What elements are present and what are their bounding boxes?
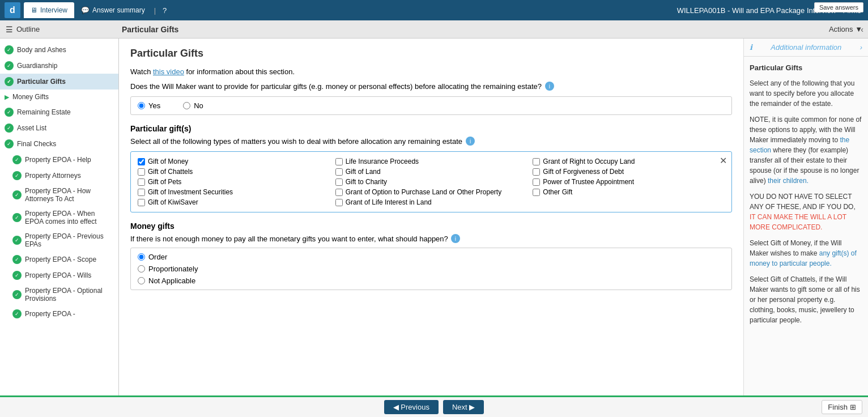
question1-info-icon[interactable]: i: [545, 82, 554, 91]
check-icon: ✓: [5, 108, 14, 117]
main-layout: ✓ Body and Ashes ✓ Guardianship ✓ Partic…: [0, 39, 868, 395]
sidebar-item-property-epoa-how[interactable]: ✓ Property EPOA - How Attorneys To Act: [0, 184, 118, 206]
check-icon: ✓: [12, 255, 22, 264]
app-logo: d: [5, 2, 20, 18]
checkbox-gift-kiwisaver[interactable]: Gift of KiwiSaver: [138, 198, 330, 206]
sidebar-item-property-epoa-help[interactable]: ✓ Property EPOA - Help: [0, 152, 118, 168]
checkbox-gift-charity[interactable]: Gift to Charity: [335, 178, 527, 186]
bottom-bar: ◀ Previous Next ▶ Finish ⊞: [0, 395, 868, 417]
finish-icon: ⊞: [850, 403, 856, 411]
checkbox-life-insurance[interactable]: Life Insurance Proceeds: [335, 158, 527, 165]
checkbox-question-info-icon[interactable]: i: [466, 137, 475, 146]
sidebar: ✓ Body and Ashes ✓ Guardianship ✓ Partic…: [0, 39, 119, 395]
info-panel: ℹ Additional information › Particular Gi…: [743, 39, 868, 395]
checkbox-gift-chattels[interactable]: Gift of Chattels: [138, 168, 330, 176]
checkbox-grid: Gift of Money Life Insurance Proceeds Gr…: [138, 158, 725, 206]
sidebar-item-property-epoa-when[interactable]: ✓ Property EPOA - When EPOA comes into e…: [0, 206, 118, 229]
sidebar-item-property-epoa-previous[interactable]: ✓ Property EPOA - Previous EPAs: [0, 229, 118, 252]
info-para-4: Select Gift of Money, if the Will Maker …: [750, 238, 862, 269]
money-gifts-title: Money gifts: [130, 222, 732, 231]
sidebar-item-particular-gifts[interactable]: ✓ Particular Gifts: [0, 74, 118, 90]
checkbox-power-trustee[interactable]: Power of Trustee Appointment: [533, 178, 725, 186]
section-title: Particular Gifts: [122, 25, 178, 34]
finish-button[interactable]: Finish ⊞: [822, 400, 862, 414]
question1-text: Does the Will Maker want to provide for …: [130, 82, 732, 91]
check-icon: ✓: [5, 77, 14, 86]
sidebar-item-property-epoa-scope[interactable]: ✓ Property EPOA - Scope: [0, 252, 118, 267]
sidebar-item-property-epoa-wills[interactable]: ✓ Property EPOA - Wills: [0, 267, 118, 283]
money-radio-group: Order Proportionately Not Applicable: [130, 248, 732, 290]
check-icon: ✓: [12, 290, 22, 299]
check-icon: ✓: [5, 45, 14, 54]
content-title: Particular Gifts: [130, 48, 732, 59]
outline-label: Outline: [16, 25, 40, 33]
money-gifts-question: If there is not enough money to pay all …: [130, 234, 732, 243]
sidebar-item-property-epoa-more[interactable]: ✓ Property EPOA -: [0, 306, 118, 322]
yes-no-radio-group: Yes No: [130, 96, 732, 115]
info-panel-chevron-right[interactable]: ›: [860, 43, 862, 52]
outline-icon: ☰: [6, 25, 13, 34]
checkbox-gift-forgiveness[interactable]: Gift of Forgiveness of Debt: [533, 168, 725, 176]
next-button[interactable]: Next ▶: [443, 400, 484, 414]
help-button[interactable]: ?: [158, 4, 171, 17]
sidebar-item-property-epoa-optional[interactable]: ✓ Property EPOA - Optional Provisions: [0, 283, 118, 306]
sidebar-item-final-checks[interactable]: ✓ Final Checks: [0, 136, 118, 152]
check-icon: ✓: [12, 309, 22, 318]
money-question-info-icon[interactable]: i: [451, 234, 460, 243]
chat-icon: 💬: [81, 6, 90, 14]
actions-button[interactable]: Actions ▼: [829, 25, 862, 33]
info-panel-header: ℹ Additional information ›: [744, 39, 868, 57]
check-icon: ✓: [5, 139, 14, 148]
checkbox-grant-option[interactable]: Grant of Option to Purchase Land or Othe…: [335, 188, 527, 196]
info-panel-content: Particular Gifts Select any of the follo…: [744, 57, 868, 337]
checkbox-gift-pets[interactable]: Gift of Pets: [138, 178, 330, 186]
radio-order[interactable]: Order: [138, 253, 725, 261]
checkbox-grant-occupy[interactable]: Grant of Right to Occupy Land: [533, 158, 725, 165]
tab-answer-summary[interactable]: 💬 Answer summary: [74, 2, 152, 18]
outline-section: ☰ Outline: [6, 25, 40, 34]
video-text: Watch this video for information about t…: [130, 67, 732, 76]
checkbox-other-gift[interactable]: Other Gift: [533, 188, 725, 196]
save-answers-button[interactable]: Save answers: [814, 2, 863, 12]
info-para-1: Select any of the following that you wan…: [750, 78, 862, 109]
check-icon: ✓: [12, 236, 22, 245]
sidebar-item-money-gifts[interactable]: ▶ Money Gifts: [0, 90, 118, 104]
radio-yes[interactable]: Yes: [138, 101, 160, 110]
top-bar: d 🖥 Interview 💬 Answer summary | ? WILLE…: [0, 0, 868, 20]
info-panel-title: Particular Gifts: [750, 62, 862, 74]
sidebar-item-guardianship[interactable]: ✓ Guardianship: [0, 58, 118, 74]
info-para-2: NOTE, it is quite common for none of the…: [750, 114, 862, 186]
arrow-icon: ▶: [5, 93, 9, 101]
previous-button[interactable]: ◀ Previous: [384, 400, 439, 414]
sidebar-item-remaining-estate[interactable]: ✓ Remaining Estate: [0, 104, 118, 120]
checkbox-gift-money[interactable]: Gift of Money: [138, 158, 330, 165]
checkbox-grant-life-interest[interactable]: Grant of Life Interest in Land: [335, 198, 527, 206]
sidebar-item-property-attorneys[interactable]: ✓ Property Attorneys: [0, 168, 118, 184]
check-icon: ✓: [12, 155, 22, 164]
check-icon: ✓: [12, 271, 22, 280]
sidebar-item-asset-list[interactable]: ✓ Asset List: [0, 120, 118, 136]
check-icon: ✓: [5, 61, 14, 70]
close-button[interactable]: ✕: [720, 155, 727, 166]
sidebar-item-body-and-ashes[interactable]: ✓ Body and Ashes: [0, 42, 118, 58]
checkbox-gift-land[interactable]: Gift of Land: [335, 168, 527, 176]
secondary-bar: ☰ Outline ‹ Particular Gifts Actions ▼: [0, 20, 868, 39]
checkbox-question-text: Select all of the following types of mat…: [130, 137, 732, 146]
info-para-3: YOU DO NOT HAVE TO SELECT ANY OF THESE, …: [750, 192, 862, 232]
info-para-5: Select Gift of Chattels, if the Will Mak…: [750, 274, 862, 325]
info-icon: ℹ: [750, 43, 752, 52]
check-icon: ✓: [5, 124, 14, 133]
checkbox-grid-container: ✕ Gift of Money Life Insurance Proceeds …: [130, 151, 732, 212]
checkbox-gift-investment[interactable]: Gift of Investment Securities: [138, 188, 330, 196]
content-area: Particular Gifts Watch this video for in…: [119, 39, 743, 395]
check-icon: ✓: [12, 171, 22, 180]
tab-interview[interactable]: 🖥 Interview: [24, 2, 74, 18]
radio-proportionately[interactable]: Proportionately: [138, 265, 725, 273]
radio-no[interactable]: No: [183, 101, 203, 110]
monitor-icon: 🖥: [31, 6, 37, 14]
video-link[interactable]: this video: [153, 67, 184, 76]
check-icon: ✓: [12, 213, 22, 222]
radio-not-applicable[interactable]: Not Applicable: [138, 276, 725, 285]
check-icon: ✓: [12, 190, 22, 199]
particular-gifts-subtitle: Particular gift(s): [130, 124, 732, 133]
